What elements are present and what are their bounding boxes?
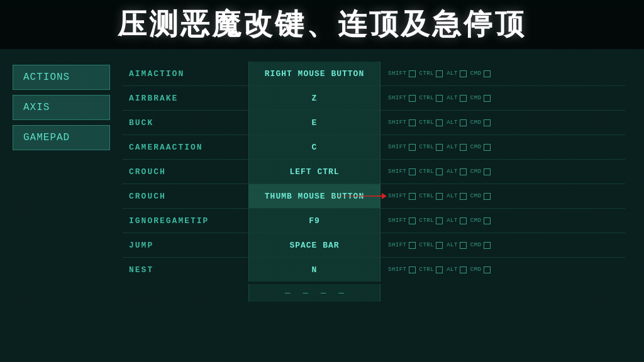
sidebar-item-axis[interactable]: Axis <box>13 95 110 120</box>
mod-checkbox[interactable] <box>460 70 467 77</box>
key-binding[interactable]: Z <box>248 86 380 110</box>
mod-label: ALT <box>447 95 458 101</box>
mod-checkbox[interactable] <box>436 119 443 126</box>
dash-3: — <box>321 288 326 298</box>
mod-item-ctrl: CTRL <box>419 266 443 273</box>
mod-checkbox[interactable] <box>436 95 443 102</box>
mod-item-alt: ALT <box>447 168 467 175</box>
mod-checkbox[interactable] <box>409 266 416 273</box>
mod-checkbox[interactable] <box>409 70 416 77</box>
mod-checkbox[interactable] <box>436 242 443 249</box>
title-bar: 压测恶魔改键、连顶及急停顶 <box>0 0 644 49</box>
key-binding[interactable]: E <box>248 111 380 134</box>
bottom-mods <box>380 289 625 297</box>
mod-checkbox[interactable] <box>409 168 416 175</box>
key-binding[interactable]: F9 <box>248 209 380 233</box>
mod-checkbox[interactable] <box>460 95 467 102</box>
key-binding[interactable]: C <box>248 135 380 159</box>
mod-checkbox[interactable] <box>460 144 467 151</box>
modifiers-col: SHIFTCTRLALTCMD <box>380 238 625 253</box>
mod-checkbox[interactable] <box>484 193 491 200</box>
mod-label: SHIFT <box>388 193 407 199</box>
table-row[interactable]: AIRBRAKEZSHIFTCTRLALTCMD <box>123 86 625 111</box>
mod-item-shift: SHIFT <box>388 70 416 77</box>
action-label: IGNOREGAMETIP <box>123 212 248 229</box>
mod-checkbox[interactable] <box>484 70 491 77</box>
mod-checkbox[interactable] <box>409 119 416 126</box>
mod-label: CTRL <box>419 70 435 77</box>
mod-label: ALT <box>447 144 458 150</box>
mod-checkbox[interactable] <box>409 95 416 102</box>
mod-label: ALT <box>447 193 458 199</box>
mod-checkbox[interactable] <box>484 266 491 273</box>
table-row[interactable]: BUCKESHIFTCTRLALTCMD <box>123 111 625 135</box>
mod-label: CTRL <box>419 95 435 101</box>
mod-checkbox[interactable] <box>436 168 443 175</box>
mod-label: CMD <box>470 168 482 175</box>
mod-item-shift: SHIFT <box>388 119 416 126</box>
mod-checkbox[interactable] <box>436 217 443 224</box>
mod-checkbox[interactable] <box>484 144 491 151</box>
key-binding[interactable]: SPACE BAR <box>248 233 380 257</box>
table-row[interactable]: CROUCHLEFT CTRLSHIFTCTRLALTCMD <box>123 160 625 184</box>
sidebar: Actions Axis Gamepad <box>13 62 110 349</box>
mod-checkbox[interactable] <box>460 168 467 175</box>
mod-item-ctrl: CTRL <box>419 168 443 175</box>
mod-item-ctrl: CTRL <box>419 242 443 249</box>
mod-checkbox[interactable] <box>409 193 416 200</box>
mod-label: CMD <box>470 144 482 150</box>
mod-checkbox[interactable] <box>409 217 416 224</box>
mod-checkbox[interactable] <box>484 217 491 224</box>
page-title: 压测恶魔改键、连顶及急停顶 <box>118 5 526 44</box>
mod-item-alt: ALT <box>447 144 467 151</box>
table-row[interactable]: IGNOREGAMETIPF9SHIFTCTRLALTCMD <box>123 209 625 233</box>
mod-checkbox[interactable] <box>409 144 416 151</box>
mod-item-cmd: CMD <box>470 168 491 175</box>
mod-checkbox[interactable] <box>484 119 491 126</box>
mod-item-shift: SHIFT <box>388 217 416 224</box>
table-row[interactable]: CROUCHTHUMB MOUSE BUTTONSHIFTCTRLALTCMD <box>123 184 625 209</box>
modifiers-col: SHIFTCTRLALTCMD <box>380 263 625 277</box>
mod-checkbox[interactable] <box>460 119 467 126</box>
mod-checkbox[interactable] <box>484 242 491 249</box>
mod-checkbox[interactable] <box>460 242 467 249</box>
key-binding[interactable]: THUMB MOUSE BUTTON <box>248 184 380 208</box>
table-row[interactable]: CAMERAACTIONCSHIFTCTRLALTCMD <box>123 135 625 160</box>
mod-label: SHIFT <box>388 70 407 77</box>
key-binding[interactable]: LEFT CTRL <box>248 160 380 184</box>
mod-label: CMD <box>470 95 482 101</box>
mod-label: CTRL <box>419 168 435 175</box>
mod-item-cmd: CMD <box>470 70 491 77</box>
key-binding[interactable]: RIGHT MOUSE BUTTON <box>248 62 380 85</box>
mod-checkbox[interactable] <box>484 95 491 102</box>
mod-checkbox[interactable] <box>460 217 467 224</box>
action-label: CROUCH <box>123 188 248 205</box>
mod-item-cmd: CMD <box>470 193 491 200</box>
sidebar-item-gamepad[interactable]: Gamepad <box>13 125 110 150</box>
modifiers-col: SHIFTCTRLALTCMD <box>380 189 625 204</box>
mod-label: CTRL <box>419 119 435 126</box>
mod-checkbox[interactable] <box>460 193 467 200</box>
table-row[interactable]: AIMACTIONRIGHT MOUSE BUTTONSHIFTCTRLALTC… <box>123 62 625 86</box>
mod-label: CMD <box>470 70 482 77</box>
mod-label: CMD <box>470 119 482 126</box>
mod-checkbox[interactable] <box>460 266 467 273</box>
modifiers-col: SHIFTCTRLALTCMD <box>380 116 625 130</box>
mod-checkbox[interactable] <box>436 193 443 200</box>
mod-checkbox[interactable] <box>436 266 443 273</box>
mod-checkbox[interactable] <box>436 70 443 77</box>
mod-item-shift: SHIFT <box>388 168 416 175</box>
mod-checkbox[interactable] <box>484 168 491 175</box>
mod-checkbox[interactable] <box>436 144 443 151</box>
table-row[interactable]: JUMPSPACE BARSHIFTCTRLALTCMD <box>123 233 625 258</box>
key-binding[interactable]: N <box>248 258 380 282</box>
mod-label: CMD <box>470 242 482 248</box>
mod-item-ctrl: CTRL <box>419 70 443 77</box>
mod-item-cmd: CMD <box>470 217 491 224</box>
mod-item-cmd: CMD <box>470 95 491 102</box>
mod-checkbox[interactable] <box>409 242 416 249</box>
sidebar-item-actions[interactable]: Actions <box>13 65 110 90</box>
modifiers-col: SHIFTCTRLALTCMD <box>380 140 625 155</box>
mod-item-cmd: CMD <box>470 119 491 126</box>
table-row[interactable]: NESTNSHIFTCTRLALTCMD <box>123 258 625 282</box>
